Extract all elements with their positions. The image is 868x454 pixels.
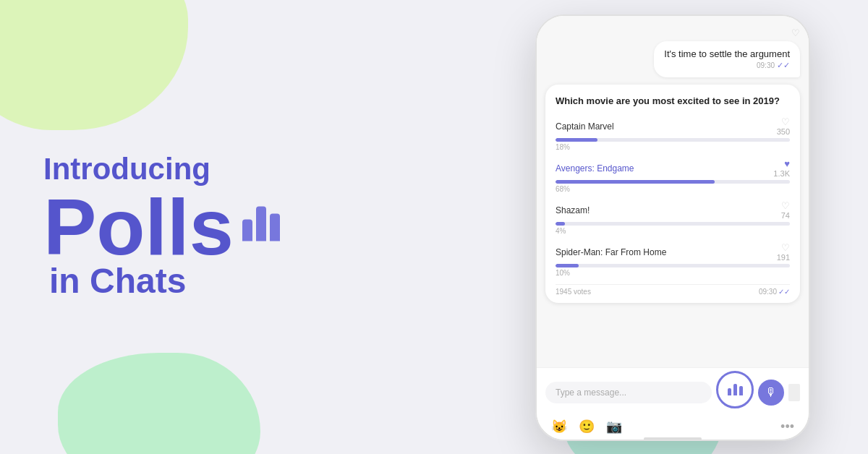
- poll-option-4-header: Spider-Man: Far From Home ♡ 191: [556, 242, 790, 262]
- poll-option-1-name: Captain Marvel: [556, 121, 614, 132]
- chat-bottom: Type a message... 🎙 😺 🙂 📷 •••: [537, 367, 809, 440]
- poll-bar-fill-1: [556, 138, 597, 142]
- message-text: It's time to settle the argument: [664, 48, 790, 59]
- poll-bar-track-3: [556, 222, 790, 226]
- poll-votes: 1945 votes: [556, 288, 591, 296]
- phone: ♡ It's time to settle the argument 09:30…: [535, 14, 810, 441]
- left-section: Introducing Polls in Chats: [43, 153, 376, 301]
- bar-chart-icon: [242, 207, 280, 241]
- poll-bar-fill-3: [556, 222, 565, 226]
- check-icon: ✓✓: [777, 61, 790, 70]
- poll-question: Which movie are you most excited to see …: [556, 95, 790, 108]
- poll-bubble: Which movie are you most excited to see …: [545, 85, 800, 303]
- camera-icon[interactable]: 📷: [606, 419, 622, 434]
- poll-option-1-count: 350: [777, 127, 790, 136]
- poll-bar-track-1: [556, 138, 790, 142]
- phone-mockup: ♡ It's time to settle the argument 09:30…: [535, 14, 810, 441]
- poll-option-3[interactable]: Shazam! ♡ 74 4%: [556, 200, 790, 235]
- polls-text: Polls: [43, 188, 234, 267]
- poll-option-2-count: 1.3K: [773, 169, 790, 178]
- poll-check-icon: ✓✓: [778, 288, 790, 296]
- heart-icon[interactable]: ♡: [791, 27, 800, 38]
- poll-option-4-heart[interactable]: ♡: [777, 242, 790, 253]
- fab-bar-3: [739, 386, 743, 395]
- poll-option-3-header: Shazam! ♡ 74: [556, 200, 790, 220]
- fab-bar-2: [733, 384, 737, 395]
- emoji-icon-2[interactable]: 🙂: [579, 419, 595, 434]
- poll-percent-2: 68%: [556, 185, 790, 193]
- home-indicator: [644, 437, 702, 440]
- poll-option-3-count: 74: [781, 211, 790, 220]
- poll-percent-3: 4%: [556, 227, 790, 235]
- bottom-icons: 😺 🙂 📷 •••: [545, 419, 800, 434]
- poll-bar-track-2: [556, 180, 790, 184]
- message-meta: 09:30 ✓✓: [664, 61, 790, 70]
- message-input[interactable]: Type a message...: [545, 382, 712, 403]
- polls-fab-button[interactable]: [716, 371, 754, 408]
- poll-option-1[interactable]: Captain Marvel ♡ 350 18%: [556, 116, 790, 151]
- poll-footer: 1945 votes 09:30 ✓✓: [556, 284, 790, 296]
- poll-option-4-name: Spider-Man: Far From Home: [556, 247, 666, 257]
- poll-option-2-header: Avengers: Endgame ♥ 1.3K: [556, 158, 790, 178]
- message-input-row: Type a message... 🎙: [545, 374, 800, 411]
- message-row: ♡ It's time to settle the argument 09:30…: [545, 27, 800, 77]
- bar-1: [242, 220, 252, 241]
- message-time: 09:30: [720, 61, 775, 69]
- poll-bar-fill-4: [556, 264, 579, 267]
- poll-option-2-heart[interactable]: ♥: [773, 158, 790, 169]
- poll-option-4[interactable]: Spider-Man: Far From Home ♡ 191 10%: [556, 242, 790, 277]
- poll-option-1-heart[interactable]: ♡: [777, 116, 790, 127]
- blob-bottom-left: [58, 353, 260, 454]
- fab-bar-1: [728, 388, 731, 395]
- chat-area: ♡ It's time to settle the argument 09:30…: [537, 16, 809, 370]
- poll-time-value: 09:30: [759, 288, 777, 296]
- poll-option-1-header: Captain Marvel ♡ 350: [556, 116, 790, 136]
- dots-icon[interactable]: •••: [780, 419, 794, 434]
- poll-bar-track-4: [556, 264, 790, 267]
- poll-option-2-name: Avengers: Endgame: [556, 163, 634, 174]
- poll-time: 09:30 ✓✓: [759, 288, 790, 296]
- bar-3: [270, 214, 280, 241]
- speaker-icon: [788, 384, 800, 401]
- fab-bar-chart: [728, 384, 743, 395]
- poll-option-2[interactable]: Avengers: Endgame ♥ 1.3K 68%: [556, 158, 790, 193]
- poll-percent-4: 10%: [556, 269, 790, 277]
- bar-2: [256, 207, 266, 241]
- poll-option-3-heart[interactable]: ♡: [781, 200, 790, 211]
- poll-bar-fill-2: [556, 180, 715, 184]
- blob-top-left: [0, 0, 188, 130]
- poll-option-4-count: 191: [777, 253, 790, 262]
- introducing-text: Introducing: [43, 153, 376, 186]
- poll-option-3-name: Shazam!: [556, 205, 590, 215]
- mic-button[interactable]: 🎙: [758, 380, 784, 406]
- emoji-icon-1[interactable]: 😺: [551, 419, 567, 434]
- polls-row: Polls: [43, 188, 376, 267]
- message-bubble: It's time to settle the argument 09:30 ✓…: [654, 41, 800, 77]
- poll-percent-1: 18%: [556, 143, 790, 151]
